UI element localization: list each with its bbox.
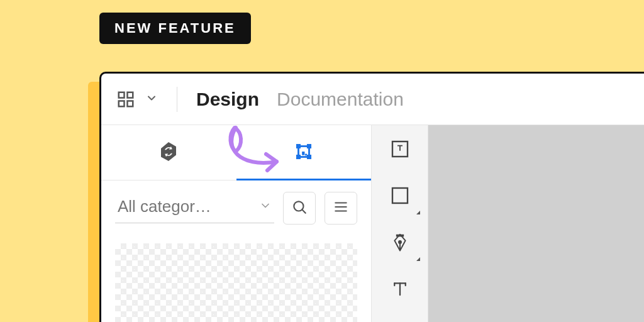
- tab-design[interactable]: Design: [196, 89, 259, 110]
- pen-nib-icon: [391, 232, 409, 255]
- body: All categor…: [101, 125, 644, 322]
- svg-rect-6: [307, 143, 311, 148]
- dropdown-label: All categor…: [118, 197, 211, 216]
- svg-rect-17: [392, 188, 408, 203]
- primary-tabs: Design Documentation: [196, 89, 404, 110]
- submenu-indicator-icon: [416, 257, 420, 261]
- panel-tabs: [101, 125, 371, 180]
- tab-label: Documentation: [277, 89, 404, 109]
- app-window: Design Documentation: [99, 72, 644, 322]
- svg-rect-8: [307, 154, 311, 158]
- panel-tab-components[interactable]: [236, 125, 372, 180]
- canvas[interactable]: [428, 125, 644, 322]
- tool-pen[interactable]: [385, 228, 415, 258]
- svg-line-12: [302, 209, 305, 213]
- tool-rail: [372, 125, 428, 322]
- apps-grid-icon[interactable]: [116, 90, 135, 109]
- search-icon: [291, 199, 308, 218]
- chevron-down-icon[interactable]: [145, 92, 158, 107]
- tool-text[interactable]: [385, 275, 415, 305]
- list-icon: [333, 199, 349, 218]
- search-button[interactable]: [283, 192, 316, 225]
- text-icon: [391, 279, 409, 301]
- svg-rect-5: [296, 143, 301, 148]
- transparent-thumbnail[interactable]: [115, 243, 357, 322]
- svg-rect-3: [128, 101, 133, 106]
- category-dropdown[interactable]: All categor…: [115, 193, 274, 223]
- tab-label: Design: [196, 89, 259, 109]
- tab-documentation[interactable]: Documentation: [277, 89, 404, 110]
- new-feature-badge: NEW FEATURE: [99, 13, 251, 44]
- chevron-down-icon: [259, 197, 272, 216]
- submenu-indicator-icon: [416, 211, 420, 214]
- svg-rect-10: [305, 153, 307, 155]
- frame-select-icon: [293, 141, 314, 165]
- rectangle-icon: [390, 186, 410, 208]
- svg-point-18: [399, 241, 401, 243]
- list-view-button[interactable]: [325, 192, 357, 225]
- divider: [177, 87, 177, 112]
- badge-label: NEW FEATURE: [114, 20, 236, 36]
- top-bar: Design Documentation: [101, 74, 644, 125]
- panel-tab-library[interactable]: [101, 125, 236, 180]
- tool-text-frame[interactable]: [385, 135, 415, 165]
- svg-rect-0: [119, 92, 125, 97]
- svg-rect-9: [302, 152, 304, 155]
- text-frame-icon: [390, 139, 410, 162]
- filter-row: All categor…: [101, 180, 371, 236]
- tool-rectangle[interactable]: [385, 182, 415, 212]
- svg-rect-7: [296, 154, 301, 158]
- svg-rect-1: [128, 92, 133, 97]
- svg-rect-2: [119, 101, 125, 106]
- hexagon-sync-icon: [157, 140, 180, 165]
- left-panel: All categor…: [101, 125, 372, 322]
